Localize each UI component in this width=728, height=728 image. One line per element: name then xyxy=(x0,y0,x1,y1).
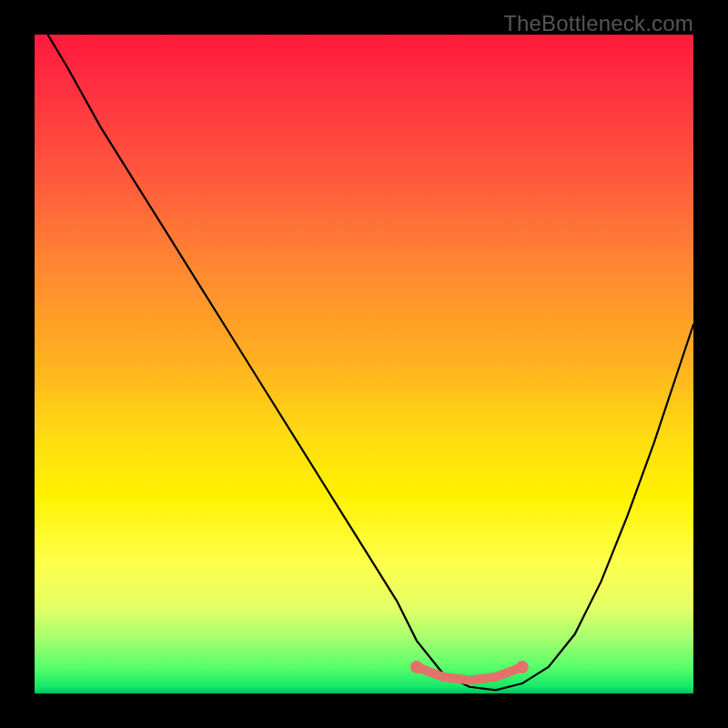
main-curve xyxy=(48,35,694,690)
highlight-curve xyxy=(417,667,522,681)
watermark-text: TheBottleneck.com xyxy=(503,11,693,36)
highlight-dot-left xyxy=(410,661,423,673)
chart-container: TheBottleneck.com xyxy=(0,0,728,728)
chart-svg xyxy=(35,35,693,693)
highlight-dot-right xyxy=(516,661,529,673)
plot-area xyxy=(35,35,693,693)
